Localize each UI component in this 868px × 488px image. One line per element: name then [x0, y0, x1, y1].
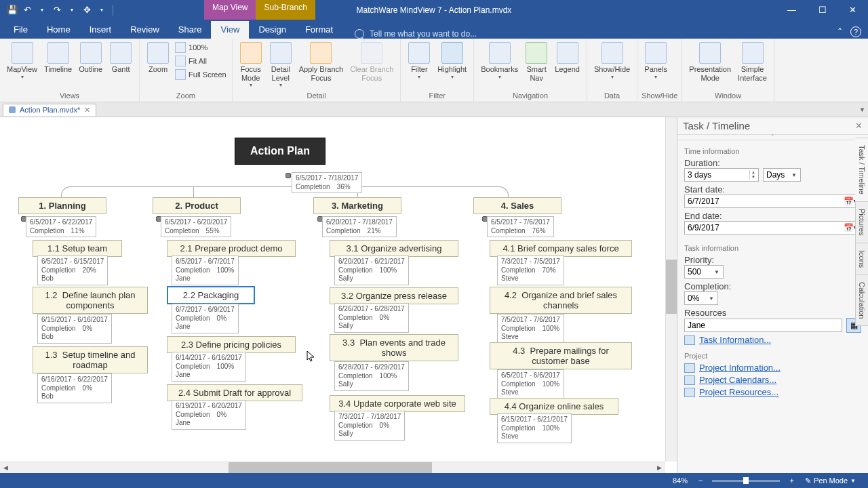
outline-button[interactable]: Outline	[76, 40, 105, 76]
mapview-button[interactable]: MapView▾	[4, 40, 40, 82]
side-tab-calculation[interactable]: Calculation	[855, 274, 868, 326]
side-tab-task-timeline[interactable]: Task / Timeline	[855, 138, 868, 202]
tab-view[interactable]: View	[211, 21, 249, 39]
tab-format[interactable]: Format	[296, 21, 342, 39]
simple-interface-button[interactable]: Simple Interface	[735, 40, 770, 84]
vertical-scrollbar[interactable]	[665, 117, 677, 462]
task-information-link[interactable]: Task Information...	[684, 335, 861, 345]
detail-level-button[interactable]: Detail Level▾	[267, 40, 295, 90]
end-date-input[interactable]: 6/9/2017📅▾	[684, 221, 861, 235]
node-3-3[interactable]: 3.3 Plan events and trade shows	[330, 334, 458, 361]
close-tab-icon[interactable]: ✕	[84, 106, 90, 115]
filter-button[interactable]: Filter▾	[405, 40, 433, 82]
tab-share[interactable]: Share	[169, 21, 212, 39]
focus-mode-icon	[240, 42, 262, 64]
node-3-4[interactable]: 3.4 Update corporate web site	[330, 395, 465, 412]
panels-button[interactable]: Panels▾	[642, 40, 670, 82]
branch-product[interactable]: 2. Product	[153, 197, 241, 214]
root-task-info: 6/5/2017 - 7/18/2017 Completion36%	[292, 172, 362, 193]
minimize-button[interactable]: —	[776, 0, 807, 20]
node-2-2-selected[interactable]: 2.2 Packaging	[167, 286, 255, 304]
context-tab-mapview[interactable]: Map View	[204, 0, 256, 20]
fit-all-button[interactable]: Fit All	[174, 55, 228, 67]
close-button[interactable]: ✕	[837, 0, 868, 20]
gantt-button[interactable]: Gantt	[106, 40, 135, 76]
ribbon-collapse-icon[interactable]: ˄	[833, 25, 846, 39]
branch-sales[interactable]: 4. Sales	[473, 197, 561, 214]
zoom-out-button[interactable]: −	[693, 476, 708, 485]
focus-mode-button[interactable]: Focus Mode▾	[237, 40, 265, 90]
branch-planning[interactable]: 1. Planning	[18, 197, 106, 214]
zoom-level[interactable]: 84%	[667, 476, 693, 485]
expand-handle[interactable]	[285, 173, 291, 178]
tab-design[interactable]: Design	[249, 21, 295, 39]
tabs-more-icon[interactable]: ▼	[859, 106, 865, 113]
node-4-2[interactable]: 4.2 Organize and brief sales channels	[490, 287, 632, 314]
bookmarks-button[interactable]: Bookmarks▾	[478, 40, 521, 82]
side-tab-pictures[interactable]: Pictures	[855, 201, 868, 243]
node-4-4[interactable]: 4.4 Organize online sales	[490, 398, 618, 415]
zoom-button[interactable]: Zoom	[144, 40, 172, 76]
context-tab-subbranch[interactable]: Sub-Branch	[256, 0, 315, 20]
pen-mode-button[interactable]: ✎ Pen Mode ▼	[800, 476, 861, 485]
project-information-link[interactable]: Project Information...	[684, 363, 861, 373]
full-screen-button[interactable]: Full Screen	[174, 68, 228, 81]
node-4-1[interactable]: 4.1 Brief company sales force	[490, 240, 632, 257]
tab-file[interactable]: File	[4, 21, 37, 39]
duration-unit-select[interactable]: Days▼	[763, 168, 801, 182]
close-panel-icon[interactable]: ✕	[855, 121, 863, 131]
maximize-button[interactable]: ☐	[807, 0, 837, 20]
timeline-button[interactable]: Timeline	[41, 40, 75, 76]
horizontal-scrollbar[interactable]: ◀ ▶	[0, 462, 665, 473]
presentation-mode-button[interactable]: Presentation Mode	[686, 40, 734, 84]
root-node[interactable]: Action Plan	[235, 138, 326, 165]
highlight-button[interactable]: Highlight▾	[435, 40, 469, 82]
zoom-in-button[interactable]: +	[784, 476, 799, 485]
node-1-1[interactable]: 1.1 Setup team	[33, 240, 122, 257]
apply-branch-focus-button[interactable]: Apply Branch Focus	[296, 40, 346, 84]
tell-me-search[interactable]: Tell me what you want to do...	[342, 29, 833, 39]
priority-input[interactable]: 500▼	[684, 265, 724, 279]
project-calendars-link[interactable]: Project Calendars...	[684, 375, 861, 385]
mindmap-canvas[interactable]: Action Plan 6/5/2017 - 7/18/2017 Complet…	[0, 117, 677, 473]
duration-input[interactable]: 3 days▲▼	[684, 168, 759, 182]
node-4-3[interactable]: 4.3 Prepare mailings for customer base	[490, 342, 632, 369]
project-resources-link[interactable]: Project Resources...	[684, 387, 861, 397]
document-tab[interactable]: Action Plan.mvdx* ✕	[3, 104, 96, 116]
side-tab-icons[interactable]: Icons	[855, 243, 868, 275]
zoom-100-button[interactable]: 100%	[174, 41, 228, 54]
zoom-slider[interactable]	[712, 480, 780, 482]
scrollbar-thumb[interactable]	[666, 260, 677, 314]
task-info: 6/20/2017 - 6/21/2017Completion100%Sally	[334, 256, 409, 285]
node-3-2[interactable]: 3.2 Organize press release	[330, 287, 458, 304]
node-1-3[interactable]: 1.3 Setup timeline and roadmap	[33, 346, 148, 373]
data-showhide-button[interactable]: Show/Hide▾	[591, 40, 633, 82]
tab-home[interactable]: Home	[37, 21, 80, 39]
undo-dropdown-icon[interactable]: ▼	[35, 3, 49, 17]
start-date-input[interactable]: 6/7/2017📅▾	[684, 195, 861, 208]
scrollbar-thumb[interactable]	[229, 462, 432, 473]
collapse-handle[interactable]: ˄	[677, 135, 868, 140]
scroll-right-icon[interactable]: ▶	[654, 464, 665, 471]
redo-icon[interactable]: ↷	[50, 3, 64, 17]
node-3-1[interactable]: 3.1 Organize advertising	[330, 240, 458, 257]
branch-marketing[interactable]: 3. Marketing	[313, 197, 401, 214]
undo-icon[interactable]: ↶	[20, 3, 34, 17]
node-2-1[interactable]: 2.1 Prepare product demo	[167, 240, 296, 257]
scroll-left-icon[interactable]: ◀	[0, 464, 12, 471]
node-2-4[interactable]: 2.4 Submit Draft for approval	[167, 384, 302, 401]
touch-mode-icon[interactable]: ✥	[80, 3, 94, 17]
save-icon[interactable]: 💾	[5, 3, 19, 17]
redo-dropdown-icon[interactable]: ▼	[65, 3, 79, 17]
node-2-3[interactable]: 2.3 Define pricing policies	[167, 336, 296, 353]
tab-insert[interactable]: Insert	[80, 21, 121, 39]
spinner-icon[interactable]: ▲▼	[749, 170, 755, 180]
qat-dropdown-icon[interactable]: ▼	[95, 3, 108, 17]
smart-nav-button[interactable]: Smart Nav	[522, 40, 551, 84]
node-1-2[interactable]: 1.2 Define launch plan components	[33, 287, 148, 314]
tab-review[interactable]: Review	[121, 21, 169, 39]
completion-input[interactable]: 0%▼	[684, 291, 718, 305]
resources-input[interactable]: Jane	[684, 319, 842, 332]
help-icon[interactable]: ?	[850, 26, 861, 37]
legend-button[interactable]: Legend	[552, 40, 583, 76]
